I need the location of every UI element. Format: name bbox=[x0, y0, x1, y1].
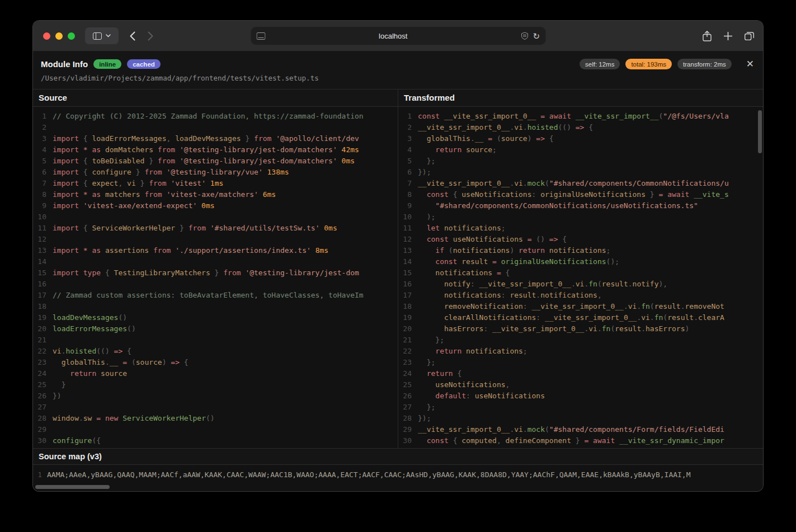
line-number: 6 bbox=[33, 167, 46, 178]
sourcemap-title: Source map (v3) bbox=[33, 449, 763, 465]
code-token: () bbox=[127, 324, 136, 333]
code-token: : bbox=[532, 190, 541, 199]
code-line: 29__vite_ssr_import_0__.vi.mock("#shared… bbox=[398, 424, 763, 435]
code-token: source bbox=[101, 369, 127, 378]
code-text: loadDevMessages() bbox=[53, 312, 127, 323]
code-line: 7import { expect, vi } from 'vitest' 1ms bbox=[33, 178, 398, 189]
code-text: __vite_ssr_import_0__.vi.hoisted(() => { bbox=[418, 122, 593, 133]
close-window-button[interactable] bbox=[43, 32, 50, 40]
code-token: 0ms bbox=[337, 157, 355, 165]
code-token: => bbox=[549, 235, 562, 243]
code-text: default: useNotifications bbox=[418, 390, 545, 402]
code-token bbox=[418, 134, 427, 143]
code-token: removeNot bbox=[685, 302, 724, 310]
code-token: { bbox=[83, 224, 92, 232]
code-token: window bbox=[53, 414, 79, 422]
code-token: configure bbox=[53, 436, 92, 445]
code-token: __vite_ssr_import_0__ bbox=[479, 280, 571, 288]
transformed-code: 1const __vite_ssr_import_0__ = await __v… bbox=[398, 107, 763, 448]
code-line: 2__vite_ssr_import_0__.vi.hoisted(() => … bbox=[398, 122, 763, 133]
code-token: } bbox=[646, 190, 658, 199]
horizontal-scrollbar[interactable] bbox=[35, 485, 110, 489]
code-token: "#shared/components/Form/fields/FieldEdi bbox=[549, 425, 724, 434]
forward-button[interactable] bbox=[148, 31, 153, 41]
sourcemap-code: 1AAMA;AAeA,yBAAG,QAAQ,MAAM;AACf,aAAW,KAA… bbox=[33, 465, 763, 491]
line-number: 1 bbox=[398, 111, 412, 122]
sidebar-toggle-button[interactable] bbox=[85, 27, 119, 44]
code-line: 26}) bbox=[33, 390, 398, 402]
code-text: notify: __vite_ssr_import_0__.vi.fn(resu… bbox=[418, 279, 667, 290]
minimize-window-button[interactable] bbox=[55, 32, 63, 40]
code-token: }; bbox=[427, 157, 436, 165]
new-tab-icon[interactable] bbox=[724, 32, 732, 40]
code-token: = bbox=[492, 269, 505, 277]
code-token: { bbox=[453, 190, 462, 199]
code-token: return bbox=[435, 347, 466, 355]
code-token: ; bbox=[606, 246, 611, 255]
code-token: return bbox=[427, 369, 458, 378]
code-line: 14 const result = originalUseNotificatio… bbox=[398, 256, 763, 267]
code-token: (); bbox=[606, 257, 619, 266]
code-text: globalThis.__ = (source) => { bbox=[53, 357, 189, 368]
code-token: hoisted bbox=[527, 123, 558, 131]
line-number: 8 bbox=[33, 189, 46, 200]
code-token: __vite_ssr_import__ bbox=[576, 112, 659, 120]
code-token: ) bbox=[527, 134, 536, 143]
code-token: . bbox=[523, 123, 527, 131]
code-token: originalUseNotifications bbox=[540, 190, 646, 199]
navigation-buttons bbox=[130, 31, 153, 41]
back-button[interactable] bbox=[130, 31, 135, 41]
vertical-scrollbar[interactable] bbox=[758, 110, 762, 153]
code-token: . bbox=[105, 358, 110, 366]
code-line: 21 bbox=[33, 335, 398, 346]
line-number: 2 bbox=[33, 122, 46, 133]
tab-overview-icon[interactable] bbox=[745, 32, 754, 40]
code-text: import * as matchers from 'vitest-axe/ma… bbox=[53, 189, 276, 200]
code-line: 22vi.hoisted(() => { bbox=[33, 346, 398, 357]
code-text: }); bbox=[418, 167, 431, 178]
code-token: result bbox=[510, 291, 536, 299]
chevron-down-icon bbox=[106, 34, 111, 37]
code-text: const __vite_ssr_import_0__ = await __vi… bbox=[418, 111, 729, 122]
code-text: import { toBeDisabled } from '@testing-l… bbox=[53, 156, 355, 167]
code-token bbox=[418, 157, 427, 165]
transformed-pane-title: Transformed bbox=[398, 90, 763, 107]
reload-icon[interactable]: ↻ bbox=[533, 32, 540, 40]
code-token: } bbox=[136, 179, 149, 187]
code-token: ( bbox=[131, 358, 136, 366]
code-line: 23 globalThis.__ = (source) => { bbox=[33, 357, 398, 368]
code-line: 16 notify: __vite_ssr_import_0__.vi.fn(r… bbox=[398, 279, 763, 290]
page-settings-icon[interactable] bbox=[256, 32, 265, 40]
address-bar[interactable]: localhost ↻ bbox=[251, 27, 545, 45]
code-token: import bbox=[53, 134, 83, 143]
line-number: 18 bbox=[33, 301, 46, 312]
code-token: result bbox=[602, 280, 628, 288]
code-line: 3import { loadErrorMessages, loadDevMess… bbox=[33, 133, 398, 144]
code-token: 1ms bbox=[206, 179, 223, 187]
code-line: 12 bbox=[33, 234, 398, 245]
code-token: } bbox=[210, 269, 223, 277]
code-token: . bbox=[536, 291, 540, 299]
code-token: { bbox=[83, 168, 92, 176]
module-file-path: /Users/vladimir/Projects/zammad/app/fron… bbox=[41, 74, 754, 82]
code-token: . bbox=[470, 134, 475, 143]
code-line: 25 useNotifications, bbox=[398, 379, 763, 390]
code-token: 'vitest-axe/matchers' bbox=[167, 190, 258, 199]
code-token: ({ bbox=[92, 436, 101, 445]
code-token: 42ms bbox=[337, 145, 359, 154]
code-token: ), bbox=[659, 280, 668, 288]
close-icon[interactable]: ✕ bbox=[746, 59, 754, 69]
zoom-window-button[interactable] bbox=[68, 32, 75, 40]
code-line: 6}); bbox=[398, 167, 763, 178]
code-text: import * as assertions from './support/a… bbox=[53, 245, 328, 256]
code-token: 0ms bbox=[197, 201, 214, 210]
toolbar-right-buttons bbox=[703, 21, 754, 51]
privacy-shield-icon[interactable] bbox=[521, 32, 528, 40]
code-token: vi bbox=[514, 425, 523, 434]
share-icon[interactable] bbox=[703, 31, 712, 41]
url-text[interactable]: localhost bbox=[265, 32, 521, 40]
code-text: // Copyright (C) 2012-2025 Zammad Founda… bbox=[53, 111, 364, 122]
code-token: } bbox=[144, 157, 157, 165]
code-token: __vite_ssr_import_0__ bbox=[545, 313, 637, 322]
code-text: import { expect, vi } from 'vitest' 1ms bbox=[53, 178, 223, 189]
